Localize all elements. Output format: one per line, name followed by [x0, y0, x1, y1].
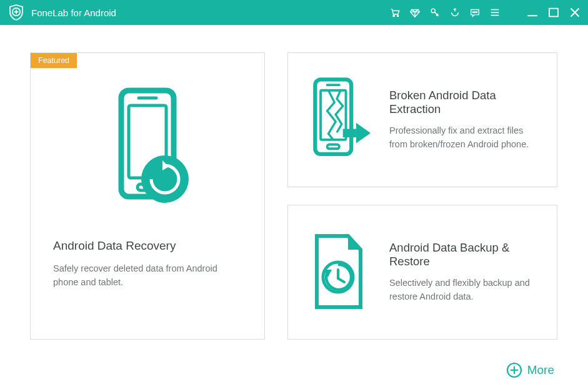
more-button[interactable]: More — [506, 362, 554, 378]
card-backup[interactable]: Android Data Backup & Restore Selectivel… — [287, 205, 557, 340]
svg-point-8 — [476, 12, 477, 13]
svg-point-5 — [431, 9, 435, 12]
diamond-icon[interactable] — [409, 7, 421, 18]
window-controls — [527, 7, 581, 18]
svg-rect-25 — [327, 145, 339, 149]
svg-point-7 — [474, 12, 476, 13]
maximize-button[interactable] — [548, 7, 559, 18]
backup-desc: Selectively and flexibly backup and rest… — [389, 276, 538, 304]
minimize-button[interactable] — [527, 7, 538, 18]
svg-marker-27 — [356, 123, 371, 144]
recovery-icon — [31, 53, 264, 234]
svg-rect-26 — [343, 129, 356, 137]
broken-phone-icon — [304, 73, 372, 167]
more-label: More — [527, 363, 554, 377]
titlebar: FoneLab for Android — [0, 0, 588, 25]
backup-file-icon — [304, 230, 372, 315]
right-column: Broken Android Data Extraction Professio… — [287, 52, 557, 353]
card-broken[interactable]: Broken Android Data Extraction Professio… — [287, 52, 557, 187]
plus-circle-icon — [506, 362, 522, 378]
svg-point-4 — [397, 15, 398, 16]
app-logo: FoneLab for Android — [7, 4, 116, 21]
svg-rect-13 — [549, 9, 558, 17]
main-content: Featured Android Data Recovery Safely re… — [0, 25, 588, 365]
refresh-icon[interactable] — [449, 7, 461, 18]
titlebar-actions — [389, 7, 518, 18]
card-recovery[interactable]: Featured Android Data Recovery Safely re… — [30, 52, 265, 340]
backup-title: Android Data Backup & Restore — [389, 241, 538, 268]
svg-point-3 — [393, 15, 394, 16]
recovery-desc: Safely recover deleted data from Android… — [53, 262, 242, 290]
chat-icon[interactable] — [469, 7, 481, 18]
menu-icon[interactable] — [489, 7, 501, 18]
svg-line-31 — [338, 278, 344, 282]
close-button[interactable] — [569, 7, 581, 18]
svg-point-20 — [141, 155, 189, 203]
featured-badge: Featured — [31, 53, 77, 68]
key-icon[interactable] — [429, 7, 441, 18]
shield-plus-icon — [7, 4, 25, 21]
broken-desc: Professionally fix and extract files fro… — [389, 124, 538, 152]
cart-icon[interactable] — [389, 7, 401, 18]
recovery-title: Android Data Recovery — [53, 239, 242, 253]
app-title: FoneLab for Android — [31, 7, 116, 18]
svg-point-6 — [472, 12, 474, 13]
broken-title: Broken Android Data Extraction — [389, 89, 538, 116]
